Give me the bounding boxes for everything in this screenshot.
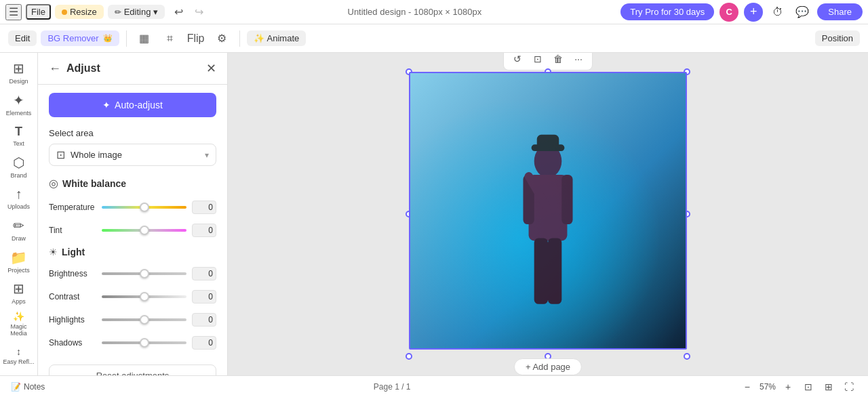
shadows-label: Shadows [49,338,96,348]
zoom-in-button[interactable]: + [780,379,796,395]
adjust-body: ✦ Auto-adjust Select area ⊡ Whole image … [38,85,227,375]
sidebar-item-apps[interactable]: ⊞ Apps [3,278,35,307]
crop-icon-button[interactable]: ⌗ [159,28,181,49]
topbar-right: Try Pro for 30 days C + ⏱ 💬 Share [620,3,863,22]
svg-rect-7 [537,135,559,148]
resize-handle-bottom-right[interactable] [684,353,690,360]
highlights-thumb[interactable] [140,315,149,325]
canvas-delete-button[interactable]: 🗑 [549,53,568,68]
menu-icon[interactable]: ☰ [5,4,22,20]
editing-label: Editing [124,7,151,17]
design-icon: ⊞ [13,60,24,77]
fullscreen-button[interactable]: ⛶ [841,379,857,395]
temperature-row: Temperature 0 [49,201,216,214]
tint-row: Tint 0 [49,224,216,237]
avatar[interactable]: C [719,3,738,22]
canvas-area[interactable]: ↺ ⊡ 🗑 ··· [228,53,868,375]
sidebar-item-design[interactable]: ⊞ Design [3,58,35,87]
tint-thumb[interactable] [140,226,149,235]
adjust-back-button[interactable]: ← [49,62,61,76]
resize-label: Resize [70,7,97,17]
adjust-close-button[interactable]: ✕ [206,61,216,76]
adjust-title: Adjust [66,62,206,75]
sidebar-item-elements[interactable]: ✦ Elements [3,89,35,118]
settings-icon-button[interactable]: ⚙ [211,28,233,49]
auto-adjust-button[interactable]: ✦ Auto-adjust [49,93,216,117]
editing-button[interactable]: ✏ Editing ▾ [108,5,165,19]
brightness-slider[interactable] [102,272,186,275]
canvas-image[interactable] [409,72,687,350]
separator-1 [126,30,127,47]
contrast-slider[interactable] [102,295,186,298]
reset-adjustments-button[interactable]: Reset adjustments [49,364,216,375]
canvas-inner: ↺ ⊡ 🗑 ··· [409,72,687,356]
sparkle-icon: ✨ [254,33,264,43]
undo-button[interactable]: ↩ [169,3,188,22]
grid-view-button[interactable]: ⊞ [821,379,837,395]
timer-icon-button[interactable]: ⏱ [768,3,787,22]
white-balance-label: White balance [62,178,126,189]
sidebar-label-projects: Projects [7,267,30,274]
tint-group: Tint 0 [49,224,216,237]
image-simulation [410,73,686,348]
easy-refl-icon: ↕ [16,346,21,357]
layout-icon-button[interactable]: ▦ [134,28,155,49]
dropdown-arrow-icon: ▾ [205,150,209,160]
light-icon: ☀ [49,247,58,257]
zoom-out-button[interactable]: − [739,379,755,395]
highlights-slider[interactable] [102,318,186,321]
sidebar-item-uploads[interactable]: ↑ Uploads [3,184,35,213]
area-select-dropdown[interactable]: ⊡ Whole image ▾ [49,144,216,166]
redo-button[interactable]: ↪ [189,3,208,22]
shadows-thumb[interactable] [140,338,149,348]
svg-rect-4 [534,238,548,304]
pencil-icon: ✏ [115,7,121,17]
sidebar-item-magic-media[interactable]: ✨ Magic Media [3,310,35,338]
file-button[interactable]: File [26,4,51,20]
auto-adjust-star-icon: ✦ [102,100,111,110]
animate-button[interactable]: ✨ Animate [247,30,307,46]
resize-button[interactable]: Resize [55,5,104,19]
canvas-more-button[interactable]: ··· [569,53,588,68]
sidebar-item-brand[interactable]: ⬡ Brand [3,152,35,181]
brightness-thumb[interactable] [140,269,149,278]
zoom-level: 57% [760,382,776,392]
resize-handle-bottom-left[interactable] [406,353,412,360]
add-collaborator-button[interactable]: + [744,3,763,22]
flip-button[interactable]: Flip [185,28,207,49]
svg-rect-3 [561,175,572,224]
contrast-value: 0 [192,290,216,304]
sidebar-item-draw[interactable]: ✏ Draw [3,215,35,244]
notes-button[interactable]: 📝 Notes [11,382,45,392]
sidebar-item-projects[interactable]: 📁 Projects [3,247,35,275]
edit-button[interactable]: Edit [8,30,37,46]
chat-icon-button[interactable]: 💬 [793,3,812,22]
light-section: ☀ Light [49,247,216,257]
fit-view-button[interactable]: ⊡ [800,379,816,395]
shadows-slider[interactable] [102,341,186,344]
sidebar-label-easy-refl: Easy Refl... [3,358,34,365]
resize-dot [62,9,67,15]
add-page-button[interactable]: + Add page [514,358,582,375]
shadows-row: Shadows 0 [49,336,216,350]
temperature-slider[interactable] [102,206,186,209]
apps-icon: ⊞ [13,280,24,297]
canvas-rotate-button[interactable]: ↺ [508,53,527,68]
chevron-down-icon: ▾ [153,7,158,17]
brightness-row: Brightness 0 [49,267,216,280]
temperature-thumb[interactable] [140,203,149,212]
sidebar-item-easy-refl[interactable]: ↕ Easy Refl... [3,341,35,370]
share-button[interactable]: Share [817,3,863,20]
bg-remover-button[interactable]: BG Remover 👑 [41,30,119,46]
position-button[interactable]: Position [815,30,860,46]
sidebar-item-text[interactable]: T Text [3,121,35,150]
highlights-value: 0 [192,313,216,327]
zoom-controls: − 57% + ⊡ ⊞ ⛶ [739,379,857,395]
try-pro-button[interactable]: Try Pro for 30 days [620,3,714,20]
tint-slider[interactable] [102,229,186,232]
uploads-icon: ↑ [16,186,22,202]
contrast-thumb[interactable] [140,292,149,301]
whole-image-text: Whole image [71,150,199,160]
flip-label: Flip [187,33,205,45]
canvas-copy-button[interactable]: ⊡ [528,53,547,68]
